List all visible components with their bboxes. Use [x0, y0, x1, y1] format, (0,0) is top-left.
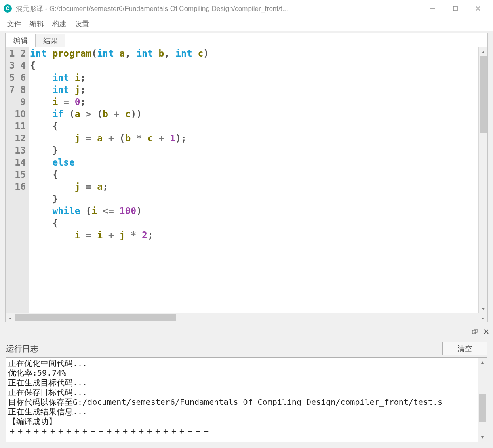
code-area[interactable]: 1 2 3 4 5 6 7 8 9 10 11 12 13 14 15 16 i…: [6, 47, 487, 313]
menu-build[interactable]: 构建: [48, 17, 71, 30]
hscroll-thumb[interactable]: [15, 314, 176, 321]
minimize-button[interactable]: [421, 0, 444, 17]
code-line[interactable]: else: [30, 156, 478, 168]
hscroll-track[interactable]: [15, 313, 478, 322]
main-area: 编辑 结果 1 2 3 4 5 6 7 8 9 10 11 12 13 14 1…: [0, 31, 493, 448]
dock-float-button[interactable]: [471, 328, 479, 336]
log-pane: 运行日志 清空 正在优化中间代码... 优化率:59.74% 正在生成目标代码.…: [0, 337, 493, 448]
code-line[interactable]: i = i + j * 2;: [30, 229, 478, 241]
log-vertical-scrollbar[interactable]: ▴ ▾: [478, 358, 487, 442]
code-line[interactable]: }: [30, 193, 478, 205]
line-number-gutter: 1 2 3 4 5 6 7 8 9 10 11 12 13 14 15 16: [6, 47, 29, 313]
app-window: C 混元形译 - G:/document/semester6/Fundament…: [0, 0, 493, 448]
close-button[interactable]: [467, 0, 489, 17]
scroll-left-icon[interactable]: ◂: [6, 313, 15, 322]
code-line[interactable]: }: [30, 144, 478, 156]
window-title: 混元形译 - G:/document/semester6/Fundamental…: [16, 4, 421, 13]
tab-edit[interactable]: 编辑: [6, 34, 36, 47]
code-line[interactable]: {: [30, 59, 478, 72]
log-title-row: 运行日志 清空: [6, 340, 487, 357]
scroll-right-icon[interactable]: ▸: [478, 313, 487, 322]
editor-horizontal-scrollbar[interactable]: ◂ ▸: [6, 313, 487, 322]
float-icon: [472, 329, 478, 334]
code-line[interactable]: int j;: [30, 84, 478, 96]
splitter[interactable]: [0, 322, 493, 326]
log-box: 正在优化中间代码... 优化率:59.74% 正在生成目标代码... 正在保存目…: [6, 357, 487, 442]
menu-edit[interactable]: 编辑: [25, 17, 48, 30]
maximize-icon: [453, 6, 458, 11]
minimize-icon: [430, 6, 436, 11]
log-text[interactable]: 正在优化中间代码... 优化率:59.74% 正在生成目标代码... 正在保存目…: [6, 358, 478, 442]
code-line[interactable]: while (i <= 100): [30, 205, 478, 217]
editor-pane: 编辑 结果 1 2 3 4 5 6 7 8 9 10 11 12 13 14 1…: [5, 33, 488, 322]
editor-vertical-scrollbar[interactable]: ▴ ▾: [478, 47, 487, 313]
code-line[interactable]: j = a + (b * c + 1);: [30, 132, 478, 144]
code-text[interactable]: int program(int a, int b, int c){ int i;…: [29, 47, 478, 313]
scroll-up-icon[interactable]: ▴: [479, 47, 487, 56]
code-line[interactable]: {: [30, 120, 478, 132]
editor-tabs: 编辑 结果: [6, 33, 487, 47]
app-icon: C: [4, 4, 12, 13]
svg-rect-1: [453, 6, 457, 11]
scroll-thumb[interactable]: [480, 56, 487, 133]
code-line[interactable]: int program(int a, int b, int c): [30, 47, 478, 59]
scroll-down-icon[interactable]: ▾: [479, 304, 487, 313]
dock-close-button[interactable]: [482, 328, 490, 336]
code-line[interactable]: j = a;: [30, 181, 478, 193]
maximize-button[interactable]: [444, 0, 467, 17]
close-icon: [475, 6, 481, 11]
code-line[interactable]: if (a > (b + c)): [30, 108, 478, 120]
code-line[interactable]: int i;: [30, 72, 478, 84]
window-controls: [421, 0, 489, 17]
menu-settings[interactable]: 设置: [71, 17, 93, 30]
menu-file[interactable]: 文件: [3, 17, 25, 30]
clear-log-button[interactable]: 清空: [442, 342, 487, 355]
code-line[interactable]: {: [30, 217, 478, 229]
scroll-up-icon[interactable]: ▴: [478, 358, 487, 366]
editor-inner: 1 2 3 4 5 6 7 8 9 10 11 12 13 14 15 16 i…: [6, 47, 487, 322]
code-line[interactable]: i = 0;: [30, 96, 478, 108]
scroll-down-icon[interactable]: ▾: [478, 433, 487, 442]
dock-header: [0, 326, 493, 337]
scroll-thumb[interactable]: [479, 394, 486, 422]
menubar: 文件 编辑 构建 设置: [0, 17, 493, 31]
tab-result[interactable]: 结果: [36, 34, 65, 47]
titlebar: C 混元形译 - G:/document/semester6/Fundament…: [0, 0, 493, 17]
code-line[interactable]: {: [30, 168, 478, 181]
log-title: 运行日志: [6, 343, 38, 354]
close-icon: [483, 329, 489, 334]
